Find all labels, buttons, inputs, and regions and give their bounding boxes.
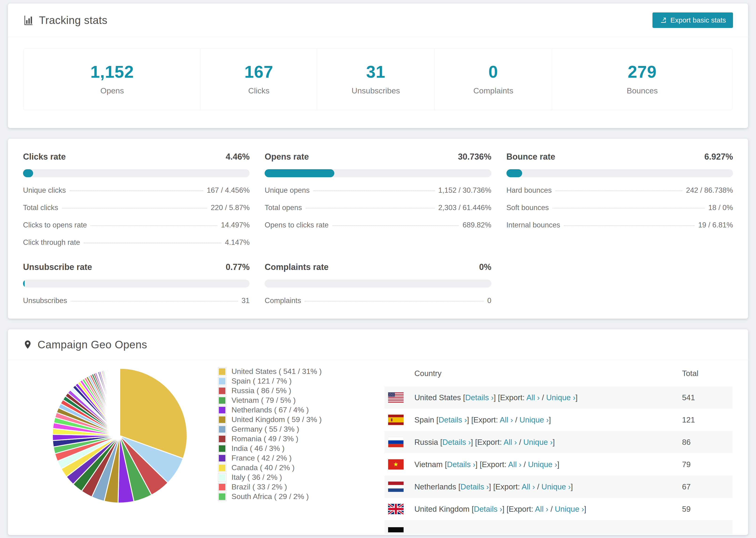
- details-link[interactable]: Details ›: [460, 482, 489, 491]
- table-row: United Kingdom [Details ›] [Export: All …: [384, 498, 732, 520]
- stat-value: 167: [201, 62, 317, 81]
- stat-value: 1,152: [24, 62, 200, 81]
- geo-pie-chart[interactable]: [23, 360, 218, 508]
- legend-item[interactable]: Spain ( 121 / 7% ): [218, 376, 384, 386]
- legend-label: Russia ( 86 / 5% ): [232, 386, 291, 395]
- export-all-link[interactable]: All ›: [522, 482, 535, 491]
- card-tracking-stats: Tracking stats Export basic stats 1,152 …: [8, 3, 748, 128]
- table-row-partial: [384, 520, 732, 534]
- stat-value: 0: [435, 62, 552, 81]
- legend-item[interactable]: South Africa ( 29 / 2% ): [218, 492, 384, 501]
- rate-row: Complaints0: [265, 296, 491, 305]
- legend-label: Germany ( 55 / 3% ): [232, 425, 299, 434]
- stat-cell-opens: 1,152 Opens: [24, 49, 200, 110]
- export-all-link[interactable]: All ›: [504, 438, 517, 447]
- opens-rate-bar: [265, 169, 491, 177]
- details-link[interactable]: Details ›: [474, 505, 502, 513]
- legend-item[interactable]: Canada ( 40 / 2% ): [218, 463, 384, 472]
- legend-item[interactable]: Russia ( 86 / 5% ): [218, 386, 384, 396]
- legend-swatch: [218, 396, 226, 405]
- details-link[interactable]: Details ›: [447, 460, 475, 469]
- legend-item[interactable]: Italy ( 36 / 2% ): [218, 472, 384, 482]
- legend-item[interactable]: Romania ( 49 / 3% ): [218, 434, 384, 444]
- total-cell: 59: [682, 505, 732, 513]
- legend-label: Vietnam ( 79 / 5% ): [232, 396, 296, 405]
- stat-label: Bounces: [552, 86, 732, 95]
- legend-swatch: [218, 387, 226, 395]
- table-row: Russia [Details ›] [Export: All › / Uniq…: [384, 431, 732, 453]
- clicks-rate-bar: [23, 169, 249, 177]
- legend-item[interactable]: Brazil ( 33 / 2% ): [218, 482, 384, 492]
- legend-item[interactable]: Germany ( 55 / 3% ): [218, 424, 384, 434]
- geo-header: Campaign Geo Opens: [8, 329, 748, 360]
- export-unique-link[interactable]: Unique ›: [519, 415, 549, 424]
- export-all-link[interactable]: All ›: [500, 415, 513, 424]
- legend-item[interactable]: India ( 46 / 3% ): [218, 444, 384, 453]
- legend-swatch: [218, 377, 226, 385]
- flag-spain-icon: [388, 414, 404, 425]
- tracking-stats-header: Tracking stats Export basic stats: [8, 4, 748, 37]
- export-unique-link[interactable]: Unique ›: [541, 482, 571, 491]
- rate-title: Complaints rate: [265, 262, 328, 272]
- card-campaign-geo-opens: Campaign Geo Opens United States ( 541 /…: [8, 329, 748, 535]
- legend-swatch: [218, 444, 226, 453]
- legend-label: Brazil ( 33 / 2% ): [232, 483, 287, 491]
- export-unique-link[interactable]: Unique ›: [523, 438, 553, 447]
- rate-title: Unsubscribe rate: [23, 262, 92, 272]
- export-unique-link[interactable]: Unique ›: [528, 460, 557, 469]
- export-unique-link[interactable]: Unique ›: [555, 505, 584, 513]
- rate-row: Unique clicks167 / 4.456%: [23, 186, 249, 194]
- export-all-link[interactable]: All ›: [535, 505, 549, 513]
- flag-netherlands-icon: [388, 481, 404, 492]
- total-cell: 541: [682, 393, 732, 402]
- rate-row: Click through rate4.147%: [23, 238, 249, 247]
- rate-value: 0%: [479, 262, 491, 272]
- rate-title: Bounce rate: [507, 152, 555, 162]
- total-cell: 79: [682, 460, 732, 469]
- rate-row: Unsubscribes31: [23, 296, 249, 305]
- rate-block-complaints: Complaints rate 0% Complaints0: [265, 262, 491, 305]
- geo-table-header: Country Total: [384, 360, 732, 386]
- rate-row: Unique opens1,152 / 30.736%: [265, 186, 491, 194]
- table-row: Netherlands [Details ›] [Export: All › /…: [384, 476, 732, 498]
- total-cell: 86: [682, 438, 732, 447]
- export-all-link[interactable]: All ›: [526, 393, 540, 402]
- legend-item[interactable]: France ( 42 / 2% ): [218, 453, 384, 463]
- legend-label: United States ( 541 / 31% ): [232, 367, 322, 376]
- legend-label: South Africa ( 29 / 2% ): [232, 492, 309, 501]
- details-link[interactable]: Details ›: [465, 393, 494, 402]
- legend-label: Netherlands ( 67 / 4% ): [232, 405, 309, 414]
- tracking-stats-title: Tracking stats: [39, 14, 108, 27]
- flag-united-states-icon: [388, 392, 404, 403]
- rate-title: Clicks rate: [23, 152, 66, 162]
- export-all-link[interactable]: All ›: [508, 460, 521, 469]
- legend-swatch: [218, 367, 226, 376]
- export-basic-stats-button[interactable]: Export basic stats: [652, 13, 733, 28]
- legend-item[interactable]: Netherlands ( 67 / 4% ): [218, 405, 384, 415]
- details-link[interactable]: Details ›: [442, 438, 471, 447]
- flag-united-kingdom-icon: [388, 504, 404, 514]
- stat-cell-clicks: 167 Clicks: [200, 49, 317, 110]
- legend-item[interactable]: United States ( 541 / 31% ): [218, 367, 384, 376]
- rate-block-clicks: Clicks rate 4.46% Unique clicks167 / 4.4…: [23, 152, 249, 247]
- legend-label: Canada ( 40 / 2% ): [232, 463, 295, 472]
- table-header-country: Country: [414, 369, 442, 378]
- rate-value: 0.77%: [226, 262, 249, 272]
- details-link[interactable]: Details ›: [439, 415, 467, 424]
- bounce-rate-bar: [507, 169, 733, 177]
- stat-cell-complaints: 0 Complaints: [434, 49, 552, 110]
- legend-swatch: [218, 493, 226, 501]
- export-unique-link[interactable]: Unique ›: [546, 393, 575, 402]
- legend-item[interactable]: Vietnam ( 79 / 5% ): [218, 396, 384, 405]
- rate-row: Total opens2,303 / 61.446%: [265, 203, 491, 212]
- legend-item[interactable]: United Kingdom ( 59 / 3% ): [218, 415, 384, 424]
- stat-cell-unsubscribes: 31 Unsubscribes: [317, 49, 435, 110]
- legend-swatch: [218, 425, 226, 434]
- total-cell: 67: [682, 482, 732, 491]
- stat-label: Clicks: [201, 86, 317, 95]
- legend-label: France ( 42 / 2% ): [232, 454, 292, 462]
- rate-value: 30.736%: [458, 152, 491, 162]
- stat-label: Complaints: [435, 86, 552, 95]
- rate-row: Opens to clicks rate689.82%: [265, 221, 491, 229]
- table-row: Spain [Details ›] [Export: All › / Uniqu…: [384, 409, 732, 431]
